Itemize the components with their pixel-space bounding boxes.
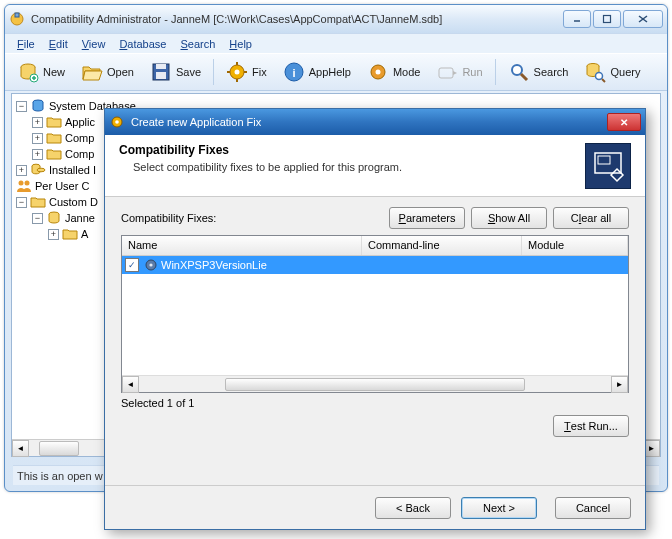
menubar: File Edit View Database Search Help (5, 33, 667, 53)
gear-fix-icon (226, 61, 248, 83)
databases-icon (30, 162, 46, 178)
window-title: Compatibility Administrator - JanneM [C:… (31, 13, 563, 25)
menu-help[interactable]: Help (223, 36, 258, 52)
scroll-left-icon[interactable]: ◄ (12, 440, 29, 457)
query-icon (584, 61, 606, 83)
svg-point-22 (375, 70, 380, 75)
folder-icon (46, 114, 62, 130)
col-module[interactable]: Module (522, 236, 628, 255)
status-text: This is an open w (17, 470, 103, 482)
svg-point-33 (25, 181, 30, 186)
cancel-button[interactable]: Cancel (555, 497, 631, 519)
dialog-close-button[interactable]: ✕ (607, 113, 641, 131)
users-icon (16, 178, 32, 194)
list-row[interactable]: ✓ WinXPSP3VersionLie (122, 256, 628, 274)
col-name[interactable]: Name (122, 236, 362, 255)
app-icon (9, 11, 25, 27)
scroll-left-icon[interactable]: ◄ (122, 376, 139, 393)
list-header[interactable]: Name Command-line Module (122, 236, 628, 256)
svg-rect-23 (439, 68, 453, 78)
show-all-button[interactable]: Show All (471, 207, 547, 229)
svg-rect-38 (598, 156, 610, 164)
toolbar-new[interactable]: New (11, 57, 71, 87)
svg-point-27 (596, 73, 603, 80)
row-name: WinXPSP3VersionLie (161, 259, 267, 271)
svg-line-28 (602, 79, 605, 82)
dialog-header: Compatibility Fixes Select compatibility… (105, 135, 645, 197)
list-hscrollbar[interactable]: ◄ ► (122, 375, 628, 392)
dialog-footer: < Back Next > Cancel (105, 485, 645, 529)
search-icon (508, 61, 530, 83)
database-icon (46, 210, 62, 226)
toolbar-separator (213, 59, 214, 85)
svg-point-36 (115, 120, 119, 124)
database-icon (30, 98, 46, 114)
toolbar-fix[interactable]: Fix (220, 57, 273, 87)
fixes-label: Compatibility Fixes: (121, 212, 383, 224)
parameters-button[interactable]: Parameters (389, 207, 465, 229)
dialog-titlebar[interactable]: Create new Application Fix ✕ (105, 109, 645, 135)
dialog-subheading: Select compatibility fixes to be applied… (133, 161, 585, 173)
fixes-list[interactable]: Name Command-line Module ✓ WinXPSP3Versi… (121, 235, 629, 393)
dialog-title: Create new Application Fix (131, 116, 607, 128)
row-checkbox[interactable]: ✓ (125, 258, 139, 272)
svg-text:i: i (292, 67, 295, 79)
svg-line-25 (521, 74, 527, 80)
menu-database[interactable]: Database (113, 36, 172, 52)
folder-icon (46, 146, 62, 162)
svg-point-14 (235, 70, 240, 75)
svg-rect-11 (156, 64, 166, 69)
toolbar-open[interactable]: Open (75, 57, 140, 87)
wizard-icon (585, 143, 631, 189)
clear-all-button[interactable]: Clear all (553, 207, 629, 229)
titlebar[interactable]: Compatibility Administrator - JanneM [C:… (5, 5, 667, 33)
info-icon: i (283, 61, 305, 83)
test-run-button[interactable]: Test Run... (553, 415, 629, 437)
scroll-thumb[interactable] (225, 378, 525, 391)
folder-icon (62, 226, 78, 242)
minimize-button[interactable] (563, 10, 591, 28)
dialog-heading: Compatibility Fixes (119, 143, 585, 157)
toolbar-mode[interactable]: Mode (361, 57, 427, 87)
gear-icon (109, 114, 125, 130)
gear-mode-icon (367, 61, 389, 83)
back-button[interactable]: < Back (375, 497, 451, 519)
svg-rect-3 (604, 16, 611, 23)
toolbar: New Open Save Fix i AppHelp Mode Run (5, 53, 667, 91)
menu-edit[interactable]: Edit (43, 36, 74, 52)
folder-icon (46, 130, 62, 146)
scroll-thumb[interactable] (39, 441, 79, 456)
toolbar-separator (495, 59, 496, 85)
selected-count: Selected 1 of 1 (121, 397, 629, 409)
folder-icon (30, 194, 46, 210)
svg-point-24 (512, 65, 522, 75)
menu-view[interactable]: View (76, 36, 112, 52)
toolbar-search[interactable]: Search (502, 57, 575, 87)
toolbar-run: Run (430, 57, 488, 87)
database-new-icon (17, 61, 39, 83)
scroll-right-icon[interactable]: ► (611, 376, 628, 393)
svg-point-32 (19, 181, 24, 186)
svg-point-40 (149, 263, 152, 266)
toolbar-save[interactable]: Save (144, 57, 207, 87)
svg-rect-1 (15, 13, 19, 17)
svg-point-31 (37, 168, 45, 172)
next-button[interactable]: Next > (461, 497, 537, 519)
toolbar-query[interactable]: Query (578, 57, 646, 87)
menu-search[interactable]: Search (174, 36, 221, 52)
col-cmdline[interactable]: Command-line (362, 236, 522, 255)
close-button[interactable] (623, 10, 663, 28)
save-icon (150, 61, 172, 83)
menu-file[interactable]: File (11, 36, 41, 52)
toolbar-apphelp[interactable]: i AppHelp (277, 57, 357, 87)
svg-rect-12 (156, 72, 166, 79)
maximize-button[interactable] (593, 10, 621, 28)
run-icon (436, 61, 458, 83)
create-fix-dialog: Create new Application Fix ✕ Compatibili… (104, 108, 646, 530)
folder-open-icon (81, 61, 103, 83)
gear-small-icon (143, 257, 159, 273)
